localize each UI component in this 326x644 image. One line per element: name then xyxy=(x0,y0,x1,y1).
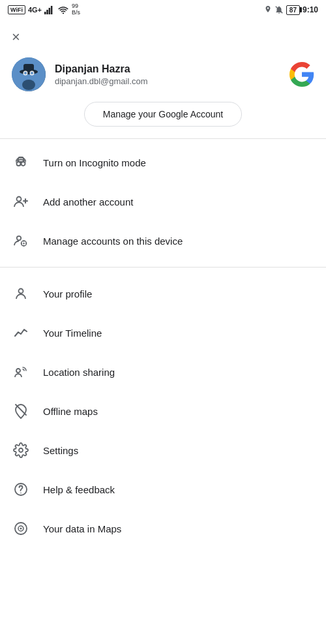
help-icon xyxy=(12,480,30,498)
data-speed: 99B/s xyxy=(72,3,80,16)
menu-item-location-sharing[interactable]: Location sharing xyxy=(0,352,326,391)
add-person-icon xyxy=(12,192,30,211)
offline-maps-icon xyxy=(12,402,30,420)
menu-item-incognito[interactable]: Turn on Incognito mode xyxy=(0,143,326,182)
svg-point-23 xyxy=(17,236,21,240)
svg-rect-0 xyxy=(44,12,46,14)
google-logo xyxy=(289,62,314,87)
section-divider-mid xyxy=(0,267,326,268)
your-data-icon xyxy=(12,519,30,538)
manage-accounts-label: Manage accounts on this device xyxy=(43,236,183,247)
help-label: Help & feedback xyxy=(43,484,115,495)
manage-accounts-icon xyxy=(12,232,30,250)
location-sharing-icon xyxy=(12,363,30,381)
time: 9:10 xyxy=(303,5,318,14)
menu-item-your-data[interactable]: Your data in Maps xyxy=(0,509,326,548)
profile-label: Your profile xyxy=(43,288,92,299)
user-left: Dipanjan Hazra dipanjan.dbl@gmail.com xyxy=(12,57,148,91)
your-data-label: Your data in Maps xyxy=(43,523,121,534)
svg-point-35 xyxy=(20,493,22,494)
settings-label: Settings xyxy=(43,445,78,456)
menu-item-settings[interactable]: Settings xyxy=(0,431,326,470)
user-section: Dipanjan Hazra dipanjan.dbl@gmail.com xyxy=(0,52,326,102)
status-left: WiFi 4G+ 99B/s xyxy=(8,3,80,16)
svg-point-38 xyxy=(20,528,22,530)
incognito-icon xyxy=(12,153,30,172)
avatar-image xyxy=(12,57,46,91)
incognito-label: Turn on Incognito mode xyxy=(43,157,146,168)
wifi-icon xyxy=(57,5,69,14)
svg-rect-3 xyxy=(51,6,53,14)
svg-point-30 xyxy=(19,289,23,294)
battery-level: 87 xyxy=(286,5,300,15)
settings-icon xyxy=(12,441,30,459)
add-account-label: Add another account xyxy=(43,196,133,207)
menu-item-timeline[interactable]: Your Timeline xyxy=(0,313,326,352)
menu-item-offline-maps[interactable]: Offline maps xyxy=(0,391,326,431)
avatar xyxy=(12,57,46,91)
timeline-label: Your Timeline xyxy=(43,328,102,339)
user-email: dipanjan.dbl@gmail.com xyxy=(55,76,148,86)
svg-rect-1 xyxy=(46,10,48,14)
svg-point-20 xyxy=(17,197,22,202)
svg-point-10 xyxy=(24,72,27,74)
svg-point-25 xyxy=(23,243,24,244)
svg-point-13 xyxy=(22,80,35,90)
user-name: Dipanjan Hazra xyxy=(55,63,148,75)
close-button[interactable]: × xyxy=(0,18,32,52)
menu-section-1: Turn on Incognito mode Add another accou… xyxy=(0,139,326,264)
person-icon xyxy=(12,284,30,303)
status-right: 87 9:10 xyxy=(264,5,318,15)
wifi-label: WiFi xyxy=(8,5,25,14)
menu-item-profile[interactable]: Your profile xyxy=(0,274,326,313)
location-status-icon xyxy=(264,5,272,14)
svg-rect-2 xyxy=(49,8,51,14)
status-bar: WiFi 4G+ 99B/s xyxy=(0,0,326,18)
svg-point-33 xyxy=(19,448,23,452)
offline-maps-label: Offline maps xyxy=(43,406,98,417)
manage-account-button[interactable]: Manage your Google Account xyxy=(84,102,242,127)
menu-item-help[interactable]: Help & feedback xyxy=(0,470,326,509)
user-info: Dipanjan Hazra dipanjan.dbl@gmail.com xyxy=(55,63,148,86)
svg-point-31 xyxy=(16,369,20,373)
timeline-icon xyxy=(12,324,30,342)
menu-item-manage-accounts[interactable]: Manage accounts on this device xyxy=(0,221,326,260)
menu-item-add-account[interactable]: Add another account xyxy=(0,182,326,221)
menu-section-2: Your profile Your Timeline Location shar… xyxy=(0,270,326,552)
manage-account-wrapper: Manage your Google Account xyxy=(0,102,326,138)
signal-icon xyxy=(44,5,55,14)
network-type: 4G+ xyxy=(28,6,42,14)
notification-icon xyxy=(274,5,284,14)
location-sharing-label: Location sharing xyxy=(43,367,115,378)
svg-point-11 xyxy=(31,72,33,74)
